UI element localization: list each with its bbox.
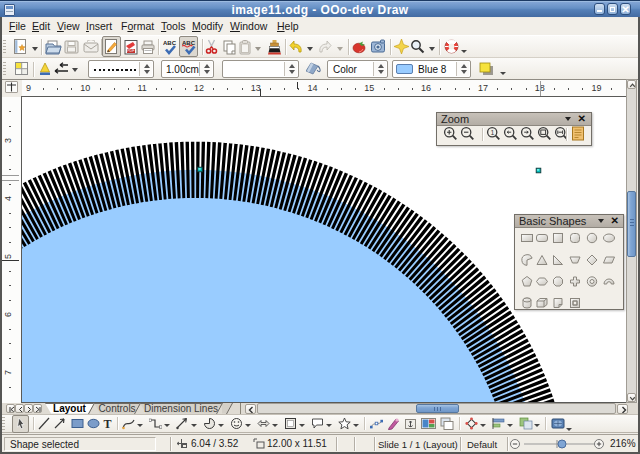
svg-text:1: 1: [491, 129, 495, 136]
svg-text:ABC: ABC: [163, 40, 177, 46]
svg-text:T: T: [104, 417, 112, 430]
svg-text:PDF: PDF: [127, 49, 135, 53]
svg-text:ABC: ABC: [182, 40, 196, 46]
